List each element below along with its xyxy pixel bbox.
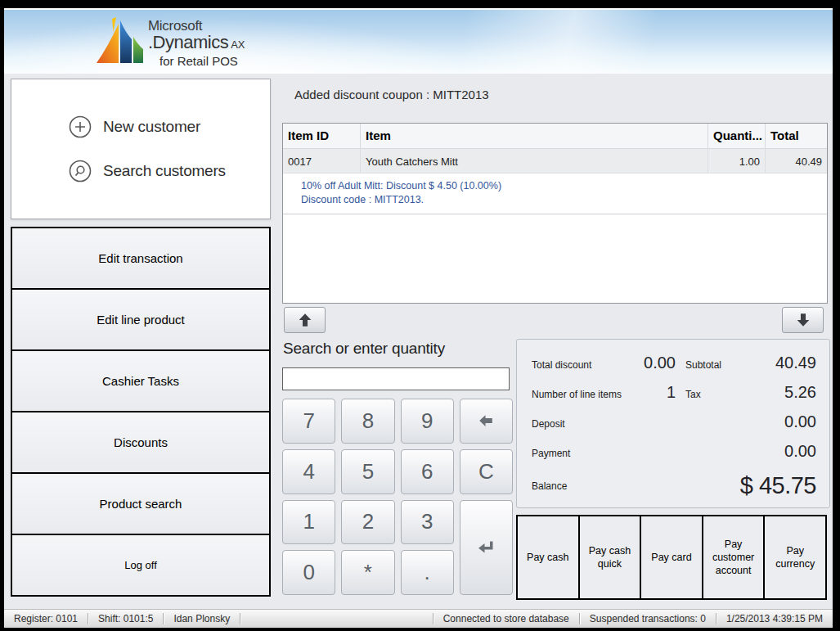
pay-currency-button[interactable]: Pay currency: [763, 515, 827, 600]
discount-note-line2: Discount code : MITT2013.: [301, 193, 819, 207]
edit-line-product-button[interactable]: Edit line product: [11, 288, 271, 351]
subtotal-value: 40.49: [733, 354, 816, 372]
key-8[interactable]: 8: [341, 399, 394, 444]
key-3[interactable]: 3: [401, 500, 454, 545]
pay-cash-button[interactable]: Pay cash: [516, 515, 580, 600]
logo-dynamics: .DynamicsAX: [148, 34, 245, 54]
app-surface: Microsoft .DynamicsAX for Retail POS New…: [4, 8, 833, 628]
balance-label: Balance: [532, 480, 567, 492]
key-2[interactable]: 2: [341, 500, 394, 545]
new-customer-label: New customer: [103, 118, 200, 136]
cell-total: 40.49: [766, 149, 827, 173]
new-customer-button[interactable]: New customer: [69, 109, 270, 145]
balance-row: Balance $ 45.75: [532, 472, 816, 499]
transaction-grid: Item ID Item Quanti... Total 0017 Youth …: [282, 123, 828, 304]
key-6[interactable]: 6: [401, 449, 454, 494]
payment-label: Payment: [532, 448, 630, 459]
discounts-button[interactable]: Discounts: [11, 411, 271, 474]
pay-cash-quick-button[interactable]: Pay cash quick: [578, 515, 642, 600]
search-customers-button[interactable]: Search customers: [69, 153, 270, 189]
key-4[interactable]: 4: [282, 449, 335, 494]
key-5[interactable]: 5: [341, 449, 394, 494]
edit-transaction-button[interactable]: Edit transaction: [11, 227, 271, 290]
payment-buttons: Pay cash Pay cash quick Pay card Pay cus…: [516, 515, 827, 600]
pos-window: Microsoft .DynamicsAX for Retail POS New…: [0, 0, 840, 631]
cashier-tasks-button[interactable]: Cashier Tasks: [11, 349, 271, 412]
status-shift: Shift: 0101:5: [88, 613, 163, 624]
status-register: Register: 0101: [4, 613, 88, 624]
quantity-search-input[interactable]: [282, 367, 510, 390]
key-0[interactable]: 0: [282, 550, 335, 595]
column-header-item-id[interactable]: Item ID: [283, 124, 361, 148]
main-menu: Edit transaction Edit line product Cashi…: [11, 227, 271, 597]
pay-customer-account-button[interactable]: Pay customer account: [702, 515, 766, 600]
column-header-item[interactable]: Item: [361, 124, 708, 148]
status-db-connection: Connected to store database: [433, 613, 579, 624]
cell-quantity: 1.00: [708, 149, 766, 173]
key-enter[interactable]: [460, 500, 513, 596]
enter-arrow-icon: [476, 538, 496, 557]
coupon-status-message: Added discount coupon : MITT2013: [294, 88, 489, 101]
customer-panel: New customer Search customers: [11, 79, 271, 219]
tax-label: Tax: [676, 389, 733, 400]
status-datetime: 1/25/2013 4:39:15 PM: [716, 613, 833, 624]
pay-card-button[interactable]: Pay card: [640, 515, 703, 600]
logo-for-retail-pos: for Retail POS: [159, 54, 245, 68]
discount-note-line1: 10% off Adult Mitt: Discount $ 4.50 (10.…: [301, 179, 819, 193]
key-clear[interactable]: C: [460, 449, 513, 494]
log-off-button[interactable]: Log off: [11, 534, 271, 597]
subtotal-label: Subtotal: [676, 359, 733, 371]
table-row[interactable]: 0017 Youth Catchers Mitt 1.00 40.49: [283, 149, 827, 174]
scroll-up-button[interactable]: [284, 307, 326, 333]
deposit-value: 0.00: [630, 412, 816, 431]
total-discount-value: 0.00: [630, 354, 676, 372]
scroll-down-button[interactable]: [782, 307, 824, 333]
key-asterisk[interactable]: *: [341, 550, 394, 595]
total-discount-label: Total discount: [532, 359, 630, 371]
cell-item-id: 0017: [283, 149, 361, 173]
status-separator: [240, 613, 240, 624]
status-suspended-transactions: Suspended transactions: 0: [580, 613, 716, 624]
brand-banner: Microsoft .DynamicsAX for Retail POS: [4, 8, 833, 74]
logo-text: Microsoft .DynamicsAX for Retail POS: [148, 12, 245, 68]
numeric-keypad: 7 8 9 4 5 6 C 1 2 3 0 * .: [282, 399, 513, 595]
totals-grid: Total discount 0.00 Subtotal 40.49 Numbe…: [532, 354, 816, 461]
deposit-label: Deposit: [532, 418, 630, 430]
plus-circle-icon: [69, 115, 92, 138]
discount-note: 10% off Adult Mitt: Discount $ 4.50 (10.…: [283, 174, 827, 214]
dynamics-logo: Microsoft .DynamicsAX for Retail POS: [96, 12, 245, 68]
key-decimal[interactable]: .: [401, 550, 454, 595]
status-cashier-name: Idan Plonsky: [164, 613, 240, 624]
key-9[interactable]: 9: [401, 399, 454, 444]
totals-panel: Total discount 0.00 Subtotal 40.49 Numbe…: [516, 339, 830, 508]
arrow-up-icon: [296, 311, 314, 329]
balance-value: $ 45.75: [740, 472, 816, 499]
key-7[interactable]: 7: [282, 399, 335, 444]
payment-value: 0.00: [630, 442, 816, 461]
column-header-total[interactable]: Total: [766, 124, 827, 148]
cell-item: Youth Catchers Mitt: [361, 149, 708, 173]
key-1[interactable]: 1: [282, 500, 335, 545]
product-search-button[interactable]: Product search: [11, 472, 271, 535]
quantity-entry-label: Search or enter quantity: [283, 340, 445, 358]
status-bar: Register: 0101 Shift: 0101:5 Idan Plonsk…: [4, 609, 833, 628]
line-items-label: Number of line items: [532, 389, 630, 400]
tax-value: 5.26: [733, 383, 816, 402]
line-items-value: 1: [630, 383, 676, 402]
arrow-down-icon: [794, 311, 812, 329]
backspace-arrow-icon: [477, 412, 495, 430]
grid-header: Item ID Item Quanti... Total: [283, 124, 827, 149]
search-customers-label: Search customers: [103, 162, 226, 180]
dynamics-sails-icon: [96, 17, 145, 68]
column-header-quantity[interactable]: Quanti...: [708, 124, 766, 148]
key-backspace[interactable]: [460, 399, 513, 444]
search-circle-icon: [69, 160, 92, 183]
